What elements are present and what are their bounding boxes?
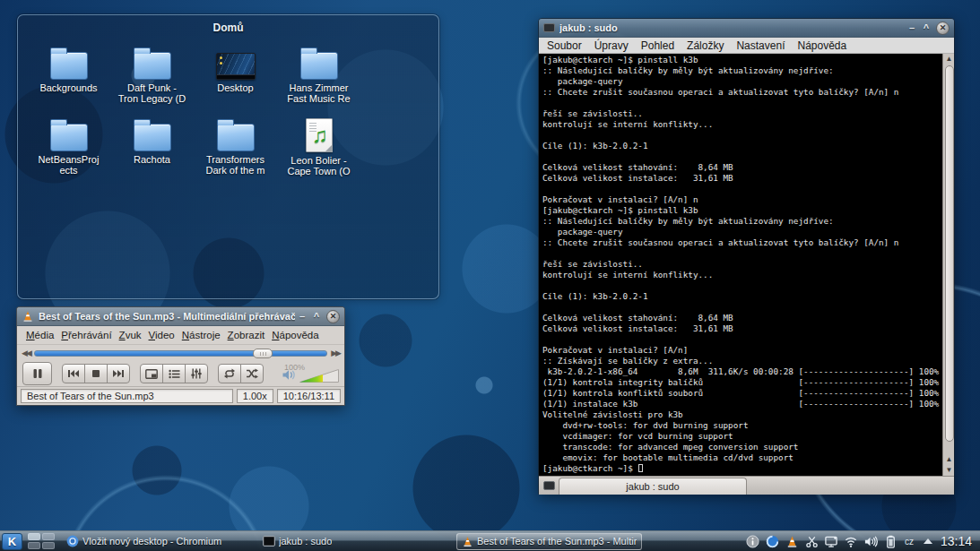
fullscreen-button[interactable] xyxy=(140,364,163,383)
stop-button[interactable] xyxy=(84,364,108,383)
vlc-window: Best of Tears of the Sun.mp3 - Multimedi… xyxy=(16,306,345,406)
scroll-up-icon[interactable]: ▲ xyxy=(943,54,954,65)
scroll-up2-icon[interactable]: ▲ xyxy=(943,454,954,465)
next-button[interactable] xyxy=(107,364,130,383)
extended-settings-button[interactable] xyxy=(185,364,208,383)
info-icon[interactable] xyxy=(745,534,760,549)
seek-handle[interactable] xyxy=(253,349,273,358)
volume-slider[interactable] xyxy=(299,369,339,383)
vlc-cone-icon xyxy=(22,310,34,323)
menu-prehravani[interactable]: Přehrávání xyxy=(61,330,111,340)
fullscreen-icon xyxy=(145,369,158,379)
clock[interactable]: 13:14 xyxy=(941,534,972,548)
folder-icon xyxy=(134,124,171,151)
battery-icon[interactable] xyxy=(883,534,898,549)
vlc-cone-icon[interactable] xyxy=(785,534,800,549)
menu-video[interactable]: Video xyxy=(149,330,175,340)
maximize-button[interactable]: ^ xyxy=(309,309,324,323)
wifi-icon[interactable] xyxy=(844,534,859,549)
playback-speed[interactable]: 1.00x xyxy=(237,389,273,403)
vlc-window-title: Best of Tears of the Sun.mp3 - Multimedi… xyxy=(39,311,295,322)
menu-soubor[interactable]: Soubor xyxy=(547,39,582,52)
desktop-item-label: Backgrounds xyxy=(39,82,97,93)
taskbar-item-vlc[interactable]: Best of Tears of the Sun.mp3 - Multime xyxy=(456,533,642,550)
desktop-item-label: Transformers Dark of the m xyxy=(205,154,265,176)
taskbar-panel: K Vložit nový desktop - Chromium jakub :… xyxy=(0,530,980,551)
desktop-item-transformers[interactable]: Transformers Dark of the m xyxy=(194,116,277,176)
folder-icon xyxy=(134,52,171,80)
close-button[interactable]: ✕ xyxy=(936,22,950,35)
volume-cluster: 100% xyxy=(282,362,339,385)
music-file-icon: ♫ xyxy=(306,118,333,152)
menu-zalozky[interactable]: Záložky xyxy=(687,39,724,52)
konsole-window-title: jakub : sudo xyxy=(559,22,905,33)
menu-media[interactable]: Média xyxy=(26,330,54,340)
menu-napoveda[interactable]: Nápověda xyxy=(272,330,318,340)
terminal-cursor xyxy=(638,464,643,472)
close-button[interactable]: ✕ xyxy=(326,310,340,323)
playlist-button[interactable] xyxy=(162,364,186,383)
pager-desktop-2[interactable] xyxy=(42,533,55,540)
desktop-item-daft-punk[interactable]: Daft Punk - Tron Legacy (D xyxy=(110,45,194,104)
seek-back-icon[interactable]: ◀◀ xyxy=(22,349,30,357)
desktop-item-backgrounds[interactable]: Backgrounds xyxy=(27,45,110,104)
seek-forward-icon[interactable]: ▶▶ xyxy=(331,349,340,357)
scrollbar-thumb[interactable] xyxy=(945,65,954,442)
previous-button[interactable] xyxy=(62,364,85,383)
folder-view-grid: Backgrounds Daft Punk - Tron Legacy (D D… xyxy=(18,34,438,176)
new-tab-button[interactable] xyxy=(539,477,559,495)
tab-jakub-sudo[interactable]: jakub : sudo xyxy=(559,478,747,495)
folder-icon xyxy=(300,52,338,80)
loop-button[interactable] xyxy=(218,364,241,383)
desktop-item-leon-bolier[interactable]: ♫ Leon Bolier - Cape Town (O xyxy=(277,116,360,176)
minimize-button[interactable]: – xyxy=(295,309,309,323)
menu-nastroje[interactable]: Nástroje xyxy=(182,330,221,340)
volume-icon[interactable] xyxy=(863,534,879,549)
shuffle-button[interactable] xyxy=(240,364,264,383)
panel-expander-icon[interactable] xyxy=(924,538,932,544)
terminal-scrollbar[interactable]: ▲ ▲ ▼ xyxy=(942,54,954,476)
folder-view-title: Domů xyxy=(18,15,438,34)
menu-zvuk[interactable]: Zvuk xyxy=(119,330,142,340)
menu-pohled[interactable]: Pohled xyxy=(641,39,674,52)
desktop-item-hans-zimmer[interactable]: Hans Zimmer Fast Music Re xyxy=(277,45,360,104)
pager-desktop-4[interactable] xyxy=(42,542,55,549)
scroll-down-icon[interactable]: ▼ xyxy=(943,465,954,476)
menu-upravy[interactable]: Úpravy xyxy=(594,39,629,52)
menu-zobrazit[interactable]: Zobrazit xyxy=(228,330,265,340)
maximize-button[interactable]: ^ xyxy=(919,21,933,35)
seek-slider[interactable] xyxy=(34,350,327,357)
taskbar-item-konsole[interactable]: jakub : sudo xyxy=(258,533,427,550)
pause-button[interactable] xyxy=(22,362,52,385)
keyboard-layout-indicator[interactable]: cz xyxy=(905,537,914,547)
vlc-titlebar[interactable]: Best of Tears of the Sun.mp3 - Multimedi… xyxy=(17,307,344,326)
clipboard-scissors-icon[interactable] xyxy=(804,534,820,549)
minimize-button[interactable]: – xyxy=(905,21,919,35)
konsole-window: jakub : sudo – ^ ✕ Soubor Úpravy Pohled … xyxy=(538,18,955,495)
loop-icon xyxy=(223,368,236,379)
display-icon[interactable] xyxy=(824,534,839,549)
blue-swirl-icon[interactable] xyxy=(765,534,780,549)
app-launcher-button[interactable]: K xyxy=(2,533,22,550)
pager-desktop-1[interactable] xyxy=(28,533,40,540)
volume-percent-label: 100% xyxy=(284,363,305,372)
menu-napoveda[interactable]: Nápověda xyxy=(797,39,846,52)
desktop-item-netbeansprojects[interactable]: NetBeansProj ects xyxy=(27,116,110,176)
desktop-item-label: Daft Punk - Tron Legacy (D xyxy=(118,82,186,104)
monitor-icon xyxy=(216,53,256,80)
previous-icon xyxy=(67,369,80,378)
terminal-output-area[interactable]: [jakub@ctkarch ~]$ pinstall k3b :: Násle… xyxy=(539,54,954,476)
folder-icon xyxy=(50,52,88,80)
menu-nastaveni[interactable]: Nastavení xyxy=(736,39,785,52)
pager-desktop-3[interactable] xyxy=(28,542,40,549)
taskbar-item-chromium[interactable]: Vložit nový desktop - Chromium xyxy=(62,533,256,550)
folder-view-widget: Domů Backgrounds Daft Punk - Tron Legacy… xyxy=(17,14,439,299)
time-indicator[interactable]: 10:16/13:11 xyxy=(277,389,341,403)
vlc-statusbar: Best of Tears of the Sun.mp3 1.00x 10:16… xyxy=(17,386,344,405)
desktop-item-rachota[interactable]: Rachota xyxy=(110,116,194,176)
virtual-desktop-pager[interactable] xyxy=(28,533,55,549)
konsole-titlebar[interactable]: jakub : sudo – ^ ✕ xyxy=(539,19,954,38)
now-playing-label: Best of Tears of the Sun.mp3 xyxy=(21,389,233,403)
task-label: Best of Tears of the Sun.mp3 - Multime xyxy=(477,536,637,547)
desktop-item-desktop[interactable]: Desktop xyxy=(194,45,277,104)
